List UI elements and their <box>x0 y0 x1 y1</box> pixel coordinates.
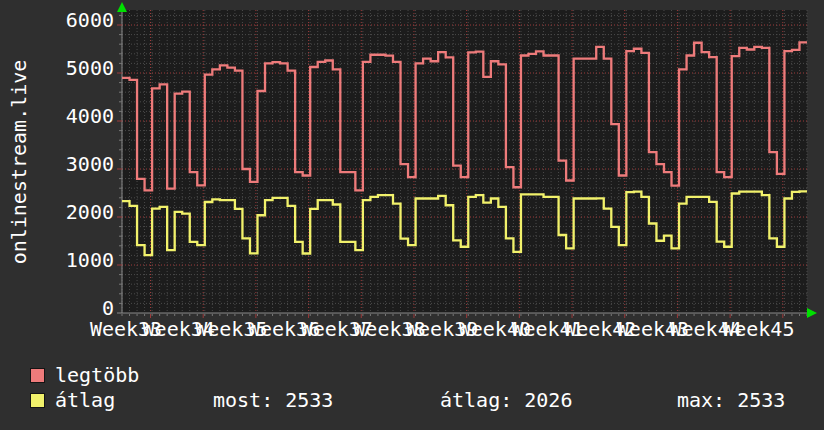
x-axis-label: Week45 <box>698 318 818 340</box>
legend-swatch-legtobb <box>30 368 45 383</box>
stat-most: most: 2533 <box>213 388 333 412</box>
legend-label-legtobb: legtöbb <box>55 363 139 387</box>
vertical-axis-title: onlinestream.live <box>7 60 31 265</box>
y-axis-label: 5000 <box>40 57 114 79</box>
legend-swatch-atlag <box>30 393 45 408</box>
y-axis-label: 6000 <box>40 9 114 31</box>
y-axis-label: 3000 <box>40 153 114 175</box>
y-axis-label: 2000 <box>40 201 114 223</box>
y-axis-label: 4000 <box>40 105 114 127</box>
y-axis-arrow-icon <box>117 2 127 12</box>
stat-max: max: 2533 <box>677 388 785 412</box>
y-axis-label: 1000 <box>40 249 114 271</box>
plot-area <box>122 10 807 313</box>
stat-atlag: átlag: 2026 <box>440 388 572 412</box>
graph-panel: onlinestream.live 6000500040003000200010… <box>0 0 824 430</box>
x-axis-arrow-icon <box>807 308 817 318</box>
y-axis-label: 0 <box>40 297 114 319</box>
legend-label-atlag: átlag <box>55 388 115 412</box>
